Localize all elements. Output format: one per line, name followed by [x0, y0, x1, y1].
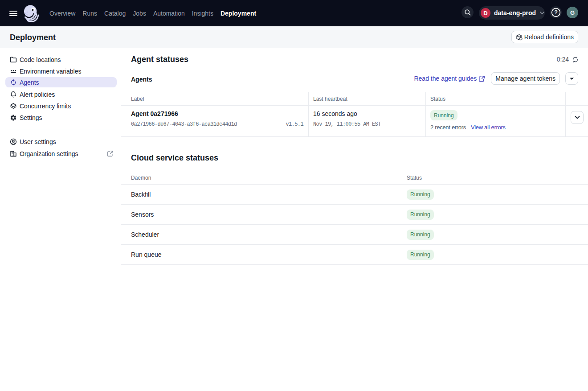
svg-text:?: ? — [554, 9, 558, 16]
